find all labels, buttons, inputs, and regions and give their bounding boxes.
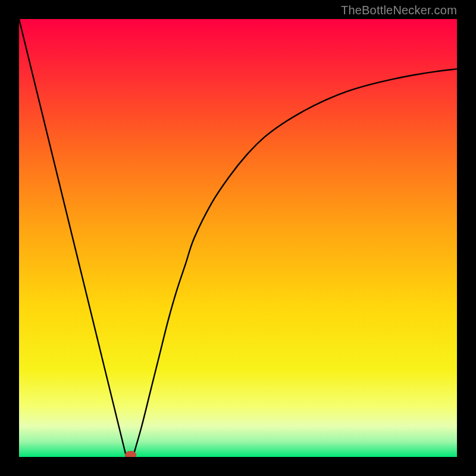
attribution-text: TheBottleNecker.com (341, 4, 457, 17)
chart-frame (19, 19, 457, 457)
bottleneck-chart (19, 19, 457, 457)
gradient-background (19, 19, 457, 457)
